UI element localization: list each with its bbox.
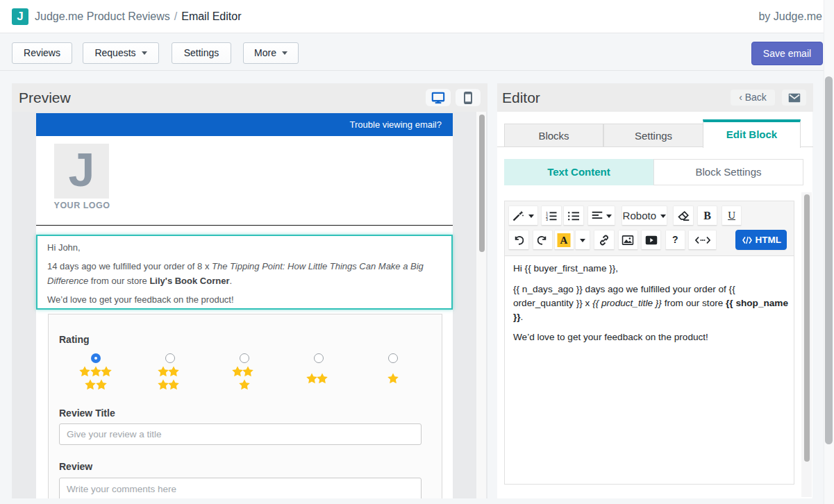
svg-text:3: 3: [546, 217, 548, 221]
